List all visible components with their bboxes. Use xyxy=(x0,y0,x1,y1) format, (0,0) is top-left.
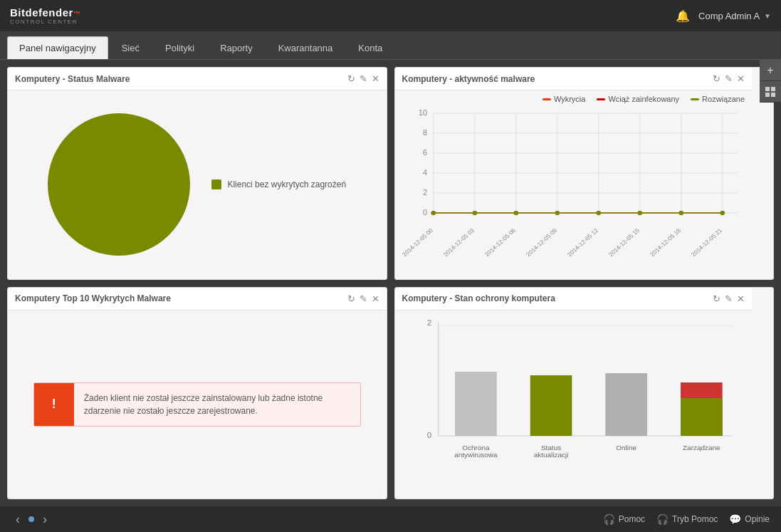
close-button-activity[interactable]: ✕ xyxy=(737,74,745,83)
svg-text:10: 10 xyxy=(418,109,426,116)
svg-text:2: 2 xyxy=(422,189,426,196)
widget-malware-status-controls: ↻ ✎ ✕ xyxy=(347,74,379,83)
bell-icon[interactable]: 🔔 xyxy=(676,9,690,23)
svg-text:Ochrona: Ochrona xyxy=(462,444,490,451)
help-mode-link[interactable]: 🎧 Tryb Pomoc xyxy=(656,513,718,525)
footer-links: 🎧 Pomoc 🎧 Tryb Pomoc 💬 Opinie xyxy=(603,513,770,525)
svg-text:0: 0 xyxy=(422,209,426,216)
widget-protection-controls: ↻ ✎ ✕ xyxy=(713,294,745,303)
error-box: ! Żaden klient nie został jeszcze zainst… xyxy=(33,382,361,427)
nav-panel-nawigacyjny[interactable]: Panel nawigacyjny xyxy=(7,36,108,59)
feedback-link[interactable]: 💬 Opinie xyxy=(729,513,770,525)
brand-sub: CONTROL CENTER xyxy=(10,19,80,25)
svg-point-32 xyxy=(431,211,436,215)
user-name: Comp Admin A xyxy=(698,11,760,21)
line-chart-svg: 10 8 6 4 2 0 xyxy=(402,106,745,263)
svg-rect-3 xyxy=(771,93,775,97)
edit-button-protection[interactable]: ✎ xyxy=(725,294,733,303)
user-dropdown-arrow: ▼ xyxy=(764,12,771,20)
edit-button-top10[interactable]: ✎ xyxy=(360,294,367,303)
refresh-button-top10[interactable]: ↻ xyxy=(347,294,355,303)
add-widget-button[interactable]: + xyxy=(760,60,781,81)
brand-logo: Bitdefender™ CONTROL CENTER xyxy=(10,6,80,25)
svg-text:2014-12-05 18: 2014-12-05 18 xyxy=(648,226,682,258)
legend-dot-no-threats xyxy=(211,179,221,189)
svg-text:4: 4 xyxy=(422,169,426,176)
svg-text:8: 8 xyxy=(422,129,426,136)
svg-rect-2 xyxy=(765,93,770,97)
widget-protection-body: 2 0 Ochrona antywirusowa Status aktualiz… xyxy=(395,311,753,499)
pie-legend: Klienci bez wykrytych zagrożeń xyxy=(211,179,346,189)
refresh-button[interactable]: ↻ xyxy=(347,74,355,83)
svg-text:6: 6 xyxy=(422,149,426,156)
edit-button[interactable]: ✎ xyxy=(360,74,367,83)
footer-prev-button[interactable]: ‹ xyxy=(11,511,24,528)
topbar-right: 🔔 Comp Admin A ▼ xyxy=(676,9,771,23)
legend-wykrycia: Wykrycia xyxy=(542,95,586,103)
legend-label-wciaz: Wciąż zainfekowany xyxy=(608,95,679,103)
legend-rozwiazane: Rozwiązane xyxy=(691,95,745,103)
svg-point-38 xyxy=(678,211,683,215)
legend-item-no-threats: Klienci bez wykrytych zagrożeń xyxy=(211,179,346,189)
svg-text:2014-12-05 06: 2014-12-05 06 xyxy=(483,226,517,258)
footer-next-button[interactable]: › xyxy=(38,511,51,528)
widget-top10-body: ! Żaden klient nie został jeszcze zainst… xyxy=(8,311,387,499)
svg-rect-63 xyxy=(680,398,722,436)
topbar: Bitdefender™ CONTROL CENTER 🔔 Comp Admin… xyxy=(0,0,781,31)
help-mode-label: Tryb Pomoc xyxy=(672,514,718,524)
close-button[interactable]: ✕ xyxy=(372,74,379,83)
error-text-content: Żaden klient nie został jeszcze zainstal… xyxy=(84,393,323,416)
navbar: Panel nawigacyjny Sieć Polityki Raporty … xyxy=(0,31,781,60)
svg-point-35 xyxy=(555,211,560,215)
nav-kwarantanna[interactable]: Kwarantanna xyxy=(266,36,345,59)
refresh-button-protection[interactable]: ↻ xyxy=(713,294,720,303)
svg-point-34 xyxy=(513,211,518,215)
edit-button-activity[interactable]: ✎ xyxy=(725,74,733,83)
pie-chart-container: Klienci bez wykrytych zagrożeń xyxy=(15,98,379,272)
svg-rect-53 xyxy=(455,372,497,436)
svg-text:2014-12-05 03: 2014-12-05 03 xyxy=(441,226,476,258)
svg-text:2: 2 xyxy=(426,318,431,326)
legend-label-wykrycia: Wykrycia xyxy=(554,95,586,103)
widget-malware-activity-header: Komputery - aktywność malware ↻ ✎ ✕ xyxy=(395,68,753,90)
line-chart-area: Wykrycia Wciąż zainfekowany Rozwiązane xyxy=(402,95,745,275)
nav-raporty[interactable]: Raporty xyxy=(208,36,265,59)
svg-text:aktualizacji: aktualizacji xyxy=(533,452,568,458)
help-icon: 🎧 xyxy=(603,513,615,525)
refresh-button-activity[interactable]: ↻ xyxy=(713,74,720,83)
legend-label-no-threats: Klienci bez wykrytych zagrożeń xyxy=(227,179,346,189)
widget-protection-title: Komputery - Stan ochrony komputera xyxy=(402,293,555,303)
nav-polityki[interactable]: Polityki xyxy=(153,36,206,59)
svg-point-39 xyxy=(720,211,725,215)
sidebar-buttons: + xyxy=(760,60,781,103)
legend-dot-wykrycia xyxy=(542,98,551,100)
help-link[interactable]: 🎧 Pomoc xyxy=(603,513,645,525)
svg-text:antywirusowa: antywirusowa xyxy=(454,452,498,458)
svg-text:2014-12-05 09: 2014-12-05 09 xyxy=(524,226,558,258)
grid-view-button[interactable] xyxy=(760,81,781,103)
nav-siec[interactable]: Sieć xyxy=(110,36,152,59)
svg-text:2014-12-05 00: 2014-12-05 00 xyxy=(402,226,435,258)
line-chart-legend: Wykrycia Wciąż zainfekowany Rozwiązane xyxy=(402,95,745,103)
svg-rect-0 xyxy=(765,87,770,91)
footer-page-dot xyxy=(28,516,34,522)
user-area[interactable]: Comp Admin A ▼ xyxy=(698,11,771,21)
close-button-protection[interactable]: ✕ xyxy=(737,294,745,303)
widget-malware-activity: Komputery - aktywność malware ↻ ✎ ✕ Wykr… xyxy=(394,67,775,280)
close-button-top10[interactable]: ✕ xyxy=(372,294,379,303)
pie-chart xyxy=(48,113,190,256)
widget-top10-title: Komputery Top 10 Wykrytych Malware xyxy=(15,293,171,303)
svg-point-33 xyxy=(472,211,477,215)
widget-top10-malware: Komputery Top 10 Wykrytych Malware ↻ ✎ ✕… xyxy=(7,287,387,500)
svg-point-37 xyxy=(637,211,642,215)
brand-name: Bitdefender™ xyxy=(10,6,80,19)
svg-text:2014-12-05 15: 2014-12-05 15 xyxy=(607,226,641,258)
svg-text:2014-12-05 21: 2014-12-05 21 xyxy=(689,226,723,258)
widget-top10-header: Komputery Top 10 Wykrytych Malware ↻ ✎ ✕ xyxy=(8,288,387,311)
widget-protection-status: Komputery - Stan ochrony komputera ↻ ✎ ✕… xyxy=(394,287,775,500)
bar-chart-svg: 2 0 Ochrona antywirusowa Status aktualiz… xyxy=(407,315,741,471)
legend-dot-rozwiazane xyxy=(691,98,699,100)
widget-malware-status-body: Klienci bez wykrytych zagrożeń xyxy=(8,90,387,279)
nav-konta[interactable]: Konta xyxy=(346,36,394,59)
widget-protection-header: Komputery - Stan ochrony komputera ↻ ✎ ✕ xyxy=(395,288,753,311)
